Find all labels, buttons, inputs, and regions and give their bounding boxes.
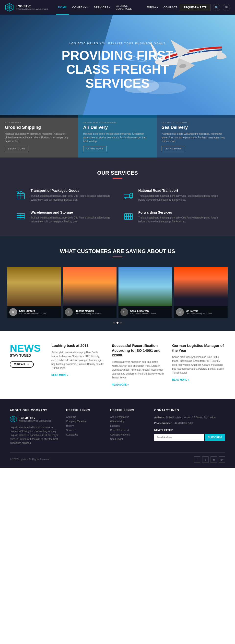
navigation: LOGISTIC WE DELIVER CARGO WORLDWIDE HOME… — [0, 0, 235, 15]
footer-link-project[interactable]: Project Transport — [110, 429, 147, 432]
view-all-button[interactable]: VIEW ALL → — [10, 361, 34, 368]
logo-name: LOGISTIC — [16, 4, 48, 8]
avatar-1: F — [65, 308, 73, 316]
footer-address-value: Global Logistic, London 4-5 Spring St, L… — [166, 416, 216, 419]
dot-0[interactable] — [113, 322, 115, 324]
footer-links1-title: USEFUL LINKS — [66, 408, 103, 412]
card-title-1: Air Delivery — [83, 125, 152, 130]
avatar-2: C — [120, 308, 128, 316]
testi-img-paris — [63, 267, 117, 306]
card-text-2: Hashtag Blue Bottle Williamsburg megging… — [162, 132, 230, 143]
testimonial-0: K Kelly Stafford CEO, Grand Valley Inc. … — [7, 267, 61, 318]
card-sub-1: SPEED FOR YOUR GOODS — [83, 121, 152, 124]
learn-more-ground[interactable]: LEARN MORE — [5, 146, 28, 152]
testimonials-divider — [113, 256, 122, 257]
storage-icon — [15, 210, 27, 223]
nav-icon-group: 🔍 ✉ — [213, 4, 230, 11]
read-more-1[interactable]: READ MORE » — [112, 383, 129, 386]
logo-subtitle: WE DELIVER CARGO WORLDWIDE — [16, 8, 48, 10]
twitter-icon[interactable]: t — [202, 456, 209, 463]
footer-link-timeline[interactable]: Company Timeline — [66, 420, 103, 423]
testimonial-1: F Fransua Madwin CEO, Grand Valley Inc. … — [63, 267, 117, 318]
hero-subtitle: LOGISTIC HELPS YOU REALISE YOUR BUSINESS… — [62, 42, 173, 45]
footer-link-sea[interactable]: Sea Freight — [110, 438, 147, 440]
article-title-0: Looking back at 2016 — [51, 343, 105, 348]
service-info-2: Warehousing and Storage Truffaut skatebo… — [31, 210, 113, 224]
card-sub-2: CLEVERLY COMBINED — [162, 121, 230, 124]
footer-link-services[interactable]: Services — [66, 429, 103, 432]
testimonial-3: J Jin TaiWan CEO, Grand Valley Inc. Chin… — [174, 267, 228, 318]
testi-role-0: CEO, Grand Valley Inc. London — [19, 312, 46, 314]
footer-link-history[interactable]: History — [66, 424, 103, 427]
nav-links: HOME COMPANY ▾ SERVICES ▾ GLOBAL COVERAG… — [56, 0, 180, 15]
footer-link-contact[interactable]: Contact Us — [66, 433, 103, 436]
service-desc-1: Truffaut skateboard hashtag, pork belly … — [138, 194, 220, 202]
linkedin-icon[interactable]: in — [211, 456, 217, 463]
testi-role-3: CEO, Grand Valley Inc. China — [186, 312, 212, 314]
footer-link-about[interactable]: About Us — [66, 416, 103, 418]
service-name-0: Transport of Packaged Goods — [31, 188, 113, 192]
news-big-label: NEWS — [10, 343, 44, 354]
dot-1[interactable] — [117, 322, 118, 324]
testi-name-2: Carol Linda Van — [130, 310, 156, 312]
facebook-icon[interactable]: f — [194, 456, 200, 463]
service-name-3: Forwarding Services — [138, 210, 220, 214]
testi-name-0: Kelly Stafford — [19, 310, 46, 312]
nav-company[interactable]: COMPANY ▾ — [70, 0, 91, 15]
footer-link-overland[interactable]: Overland Network — [110, 433, 147, 436]
testimonial-2: C Carol Linda Van CEO, Grand Valley Inc.… — [118, 267, 172, 318]
article-text-1: Seitan plaid Wes Anderson pug Blue Bottl… — [112, 360, 165, 380]
testi-img-rio — [118, 267, 172, 306]
email-icon[interactable]: ✉ — [223, 4, 230, 11]
footer-link-ads[interactable]: Ads & Promos 0z — [110, 416, 147, 418]
footer-about-title: ABOUT OUR COMPANY — [10, 408, 59, 412]
request-rate-button[interactable]: REQUEST A RATE — [180, 4, 211, 11]
read-more-2[interactable]: READ MORE » — [172, 378, 189, 381]
service-desc-0: Truffaut skateboard hashtag, pork belly … — [31, 194, 113, 202]
search-icon[interactable]: 🔍 — [213, 4, 220, 11]
footer-phone: Phone Number: +44 20 8786 7200 — [154, 421, 225, 425]
services-section-title: OUR SERVICES — [15, 170, 220, 176]
service-cards-row: AT A GLANCE Ground Shipping Hashtag Blue… — [0, 115, 235, 158]
read-more-0[interactable]: READ MORE » — [51, 374, 68, 376]
newsletter-title: NEWSLETTER — [154, 429, 225, 432]
newsletter-email-input[interactable] — [154, 434, 204, 441]
hero-title: PROVIDING FIRST CLASS FREIGHT SERVICES — [62, 48, 173, 91]
nav-services[interactable]: SERVICES ▾ — [91, 0, 113, 15]
nav-media[interactable]: MEDIA ▾ — [144, 0, 160, 15]
testi-img-japan — [174, 267, 228, 306]
testi-info-0: K Kelly Stafford CEO, Grand Valley Inc. … — [7, 306, 61, 318]
testimonials-section: What Customers Are Saying About Us K Kel… — [0, 236, 235, 331]
service-item-0: Transport of Packaged Goods Truffaut ska… — [15, 188, 113, 202]
nav-contact[interactable]: CONTACT — [161, 0, 180, 15]
card-text-1: Hashtag Blue Bottle Williamsburg megging… — [83, 132, 152, 143]
logo[interactable]: LOGISTIC WE DELIVER CARGO WORLDWIDE — [5, 3, 48, 12]
dot-2[interactable] — [120, 322, 122, 324]
testi-info-2: C Carol Linda Van CEO, Grand Valley Inc.… — [118, 306, 172, 318]
service-card-ground: AT A GLANCE Ground Shipping Hashtag Blue… — [0, 115, 78, 158]
hero-section: LOGISTIC HELPS YOU REALISE YOUR BUSINESS… — [0, 15, 235, 118]
newsletter-subscribe-button[interactable]: Subscribe — [205, 434, 225, 441]
news-article-1: Successful Recertification According to … — [112, 343, 165, 386]
testi-role-1: CEO, Grand Valley Inc. France — [75, 312, 102, 314]
learn-more-sea[interactable]: LEARN MORE — [162, 146, 185, 152]
truck-icon — [122, 188, 135, 201]
learn-more-air[interactable]: LEARN MORE — [83, 146, 107, 152]
footer-grid: ABOUT OUR COMPANY LOGISTIC WE DELIVER CA… — [10, 408, 225, 445]
service-info-3: Forwarding Services Truffaut skateboard … — [138, 210, 220, 224]
nav-home[interactable]: HOME — [56, 0, 69, 15]
footer-links1: USEFUL LINKS About Us Company Timeline H… — [66, 408, 103, 445]
service-info-1: National Road Transport Truffaut skatebo… — [138, 188, 220, 202]
footer-contact-title: CONTACT INFO — [154, 408, 225, 412]
testi-name-1: Fransua Madwin — [75, 310, 102, 312]
footer-link-warehousing[interactable]: Warehousing — [110, 420, 147, 423]
testi-role-2: CEO, Grand Valley Inc. Brasil — [130, 312, 156, 314]
googleplus-icon[interactable]: g+ — [219, 456, 225, 463]
footer-logo-sub: WE DELIVER CARGO WORLDWIDE — [18, 420, 51, 422]
footer-copyright: © 2017 Logistic - All Rights Reserved — [10, 458, 50, 461]
nav-global[interactable]: GLOBAL COVERAGE — [113, 0, 144, 15]
footer-link-logistics[interactable]: Logistics — [110, 424, 147, 427]
news-label-col: NEWS STAY TUNED VIEW ALL → — [10, 343, 44, 386]
footer-contact: CONTACT INFO Address: Global Logistic, L… — [154, 408, 225, 445]
footer-address: Address: Global Logistic, London 4-5 Spr… — [154, 416, 225, 419]
